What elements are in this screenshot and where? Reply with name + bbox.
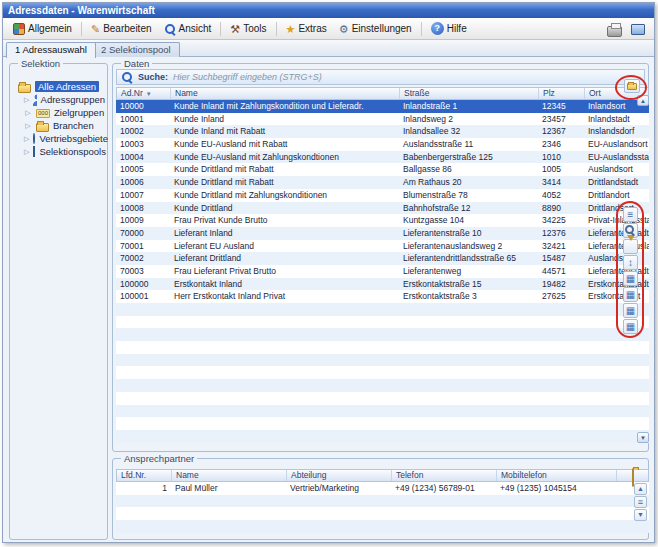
column-header-contact-name[interactable]: Name <box>172 470 287 481</box>
tree-item-branchen[interactable]: ▷ Branchen <box>14 119 105 132</box>
selection-tree: Alle Adressen ▷ Adressgruppen ▷ 000 Ziel… <box>14 80 105 158</box>
address-row[interactable]: 10006Kunde Drittland mit RabattAm Rathau… <box>116 176 649 189</box>
contacts-list-icon[interactable]: ≡ <box>634 496 647 508</box>
contacts-scroll-down-button[interactable]: ▼ <box>634 509 647 521</box>
cube-icon <box>33 146 35 157</box>
address-row[interactable]: 100001Herr Erstkontakt Inland PrivatErst… <box>116 290 649 303</box>
sort-icon[interactable]: ↕ <box>623 255 638 270</box>
empty-row <box>116 328 649 341</box>
tree-label: Selektionspools <box>39 146 106 157</box>
contacts-panel-title: Ansprechpartner <box>121 453 197 464</box>
tab-adressauswahl[interactable]: 1 Adressauswahl <box>6 42 96 58</box>
export-button[interactable] <box>624 79 640 93</box>
grid-view-icon-1[interactable]: ▦ <box>623 271 638 286</box>
address-cell: 12376 <box>538 227 584 240</box>
tree-label: Alle Adressen <box>35 81 99 92</box>
column-header-adnr[interactable]: Ad.Nr▼ <box>117 88 171 99</box>
search-bar[interactable]: Suche: Hier Suchbegriff eingeben (STRG+S… <box>116 69 645 85</box>
address-cell: 10008 <box>116 202 170 215</box>
list-icon[interactable]: ≡ <box>623 207 638 222</box>
empty-row <box>116 405 649 418</box>
grid-view-icon-4[interactable]: ▦ <box>623 319 638 334</box>
menu-label-hilfe: Hilfe <box>447 23 467 34</box>
menu-hilfe[interactable]: ? Hilfe <box>425 19 473 38</box>
scroll-up-button[interactable]: ▲ <box>637 95 649 106</box>
title-bar[interactable]: Adressdaten - Warenwirtschaft <box>3 3 654 18</box>
menu-extras[interactable]: ★ Extras <box>280 20 333 38</box>
address-cell: 70003 <box>116 265 170 278</box>
column-header-strasse[interactable]: Straße <box>400 88 539 99</box>
app-grid-icon <box>13 23 25 35</box>
column-header-mobiltelefon[interactable]: Mobiltelefon <box>497 470 617 481</box>
address-row[interactable]: 10002Kunde Inland mit RabattInlandsallee… <box>116 125 649 138</box>
search-input[interactable]: Hier Suchbegriff eingeben (STRG+S) <box>173 72 322 82</box>
empty-row <box>116 507 649 520</box>
gear-icon: ⚙ <box>339 23 349 35</box>
column-header-plz[interactable]: Plz <box>539 88 585 99</box>
address-row[interactable]: 70001Lieferant EU AuslandLieferantenausl… <box>116 240 649 253</box>
menu-separator <box>421 22 422 36</box>
menu-tools[interactable]: ⚒ Tools <box>224 20 272 38</box>
tree-item-zielgruppen[interactable]: ▷ 000 Zielgruppen <box>14 106 105 119</box>
contacts-table-body: 1Paul MüllerVertrieb/Marketing+49 (1234)… <box>116 482 649 533</box>
address-cell: Herr Erstkontakt Inland Privat <box>170 290 399 303</box>
address-cell: Inslandsdorf <box>584 125 649 138</box>
address-row[interactable]: 70003Frau Lieferant Privat BruttoLiefera… <box>116 265 649 278</box>
contacts-scroll-up-button[interactable]: ▲ <box>634 483 647 495</box>
contact-row[interactable]: 1Paul MüllerVertrieb/Marketing+49 (1234)… <box>116 482 649 495</box>
zoom-icon[interactable] <box>623 223 638 238</box>
scroll-down-button[interactable]: ▼ <box>637 432 649 443</box>
grid-view-icon-2[interactable]: ▦ <box>623 287 638 302</box>
tab-strip: 1 Adressauswahl 2 Selektionspool <box>3 40 654 57</box>
grid-view-icon-3[interactable]: ▦ <box>623 303 638 318</box>
tree-item-alle-adressen[interactable]: Alle Adressen <box>14 80 105 93</box>
address-row[interactable]: 10004Kunde EU-Ausland mit Zahlungskondti… <box>116 151 649 164</box>
menu-bearbeiten[interactable]: ✎ Bearbeiten <box>85 20 158 38</box>
address-cell: 4052 <box>538 189 584 202</box>
address-cell: Lieferantenstraße 10 <box>399 227 538 240</box>
column-header-name[interactable]: Name <box>171 88 400 99</box>
menu-einstellungen[interactable]: ⚙ Einstellungen <box>333 20 418 38</box>
address-cell: 1005 <box>538 163 584 176</box>
address-cell: Lieferantenauslandsweg 2 <box>399 240 538 253</box>
filter-icon[interactable] <box>623 239 638 254</box>
menu-label-bearbeiten: Bearbeiten <box>103 23 151 34</box>
menu-label-allgemein: Allgemein <box>28 23 72 34</box>
print-button[interactable] <box>604 21 624 38</box>
address-row[interactable]: 10000Kunde Inland mit Zahlungskondition … <box>116 100 649 113</box>
menu-bar: Allgemein ✎ Bearbeiten Ansicht ⚒ Tools ★… <box>3 18 654 40</box>
address-row[interactable]: 70000Lieferant InlandLieferantenstraße 1… <box>116 227 649 240</box>
address-row[interactable]: 10003Kunde EU-Ausland mit RabattAuslands… <box>116 138 649 151</box>
expand-arrow-icon[interactable]: ▷ <box>24 135 29 143</box>
column-header-telefon[interactable]: Telefon <box>392 470 497 481</box>
expand-arrow-icon[interactable]: ▷ <box>24 96 29 104</box>
menu-allgemein[interactable]: Allgemein <box>7 20 78 38</box>
tree-item-selektionspools[interactable]: ▷ Selektionspools <box>14 145 105 158</box>
tree-item-adressgruppen[interactable]: ▷ Adressgruppen <box>14 93 105 106</box>
magnifier-icon <box>164 23 176 35</box>
tree-item-vertriebsgebiete[interactable]: ▷ Vertriebsgebiete <box>14 132 105 145</box>
address-row[interactable]: 10009Frau Privat Kunde BruttoKuntzgasse … <box>116 214 649 227</box>
address-cell: Kunde Inland <box>170 113 399 126</box>
address-row[interactable]: 10005Kunde Drittland mit RabattBallgasse… <box>116 163 649 176</box>
address-cell: Inlandsallee 32 <box>399 125 538 138</box>
column-header-abteilung[interactable]: Abteilung <box>287 470 392 481</box>
address-cell: Auslandsort <box>584 163 649 176</box>
expand-arrow-icon[interactable]: ▷ <box>24 122 32 130</box>
help-icon: ? <box>431 22 444 35</box>
funnel-icon <box>627 235 635 252</box>
menu-ansicht[interactable]: Ansicht <box>158 20 218 38</box>
address-cell: Blumenstraße 78 <box>399 189 538 202</box>
address-row[interactable]: 10008Kunde DrittlandBahnhofstraße 128890… <box>116 202 649 215</box>
address-row[interactable]: 70002Lieferant DrittlandLieferantendritt… <box>116 252 649 265</box>
expand-arrow-icon[interactable]: ▷ <box>24 109 32 117</box>
address-row[interactable]: 10007Kunde Drittland mit Zahlungskonditi… <box>116 189 649 202</box>
address-cell: 10002 <box>116 125 170 138</box>
address-row[interactable]: 10001Kunde InlandInlandsweg 223457Inland… <box>116 113 649 126</box>
empty-row <box>116 354 649 367</box>
tab-selektionspool[interactable]: 2 Selektionspool <box>92 42 180 57</box>
window-export-button[interactable] <box>628 21 648 38</box>
expand-arrow-icon[interactable]: ▷ <box>24 148 29 156</box>
column-header-lfdnr[interactable]: Lfd.Nr. <box>117 470 172 481</box>
address-row[interactable]: 100000Erstkontakt InlandErstkontaktstraß… <box>116 278 649 291</box>
